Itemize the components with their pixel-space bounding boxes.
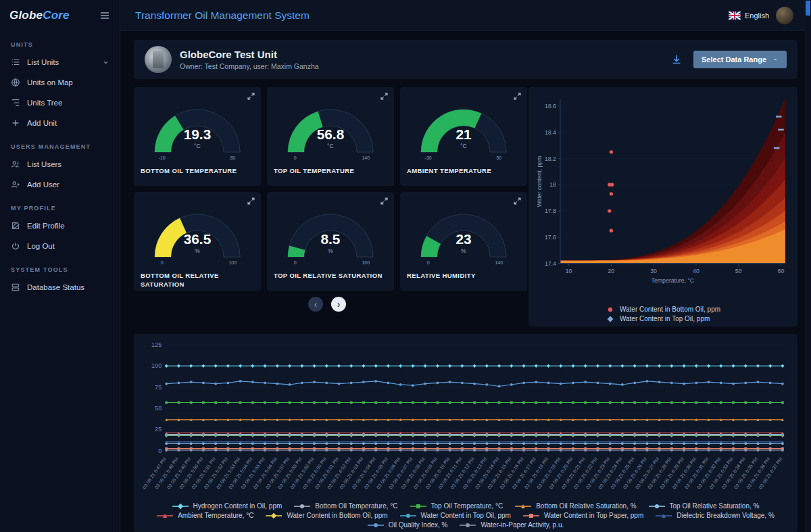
expand-icon[interactable]	[513, 197, 522, 205]
unit-owner: Owner: Test Company, user: Maxim Ganzha	[180, 62, 319, 70]
sidebar-item-label: Add Unit	[27, 119, 57, 127]
legend-item[interactable]: Water Content in Bottom Oil, ppm	[606, 306, 720, 313]
legend-item[interactable]: Top Oil Relative Saturation, %	[649, 502, 760, 510]
plus-icon	[11, 118, 20, 128]
legend-label: Water Content in Top Oil, ppm	[620, 315, 710, 322]
sidebar-item-units-on-map[interactable]: Units on Map	[0, 72, 120, 93]
legend-marker-icon	[172, 503, 189, 510]
sidebar-item-label: Units Tree	[27, 99, 62, 107]
avatar[interactable]	[776, 7, 793, 24]
expand-icon[interactable]	[513, 92, 522, 101]
gauge-dial: 8.5%0100	[274, 201, 387, 267]
list-icon	[11, 57, 20, 67]
legend-marker-icon	[515, 503, 531, 510]
svg-text:10: 10	[566, 268, 572, 274]
scrollbar-thumb[interactable]	[806, 1, 810, 16]
hamburger-icon[interactable]	[99, 10, 110, 21]
sidebar-item-label: Edit Profile	[27, 222, 65, 230]
legend-marker-icon	[656, 512, 672, 519]
legend-item[interactable]: Water Content in Top Oil, ppm	[606, 315, 720, 322]
svg-text:30: 30	[650, 268, 657, 274]
unit-info: GlobeCore Test Unit Owner: Test Company,…	[180, 49, 319, 70]
gauge-title: RELATIVE HUMIDITY	[407, 272, 520, 281]
svg-text:18: 18	[549, 181, 556, 188]
timeseries-series-0	[164, 364, 784, 368]
legend-item[interactable]: Bottom Oil Relative Saturation, %	[515, 502, 636, 510]
svg-text:40: 40	[693, 268, 699, 274]
sidebar-item-edit-profile[interactable]: Edit Profile	[0, 216, 120, 236]
legend-marker-icon	[400, 512, 416, 519]
expand-icon[interactable]	[380, 92, 389, 101]
svg-text:0: 0	[294, 260, 297, 265]
legend-item[interactable]: Bottom Oil Temperature, °C	[294, 502, 397, 510]
logo-globe: Globe	[9, 9, 43, 22]
legend-item[interactable]: Ambient Temperature, °C	[157, 512, 253, 519]
timeseries-chart-card: 025507510012503 08 21 5:47 PM03 08 21 5:…	[134, 334, 797, 532]
unit-actions: Select Data Range	[670, 51, 787, 68]
legend-item[interactable]: Water-in-Paper Activity, p.u.	[460, 521, 564, 529]
download-button[interactable]	[670, 53, 683, 66]
sidebar-item-list-units[interactable]: List Units	[0, 52, 120, 72]
gauge-title: BOTTOM OIL TEMPERATURE	[141, 167, 254, 176]
sidebar-item-list-users[interactable]: List Users	[0, 154, 120, 174]
gauge-card-3: 36.5%0100BOTTOM OIL RELATIVE SATURATION	[134, 192, 261, 291]
scatter-legend: Water Content in Bottom Oil, ppmWater Co…	[606, 306, 720, 322]
users-icon	[11, 160, 20, 169]
svg-text:%: %	[461, 247, 466, 254]
carousel-next-button[interactable]: ›	[331, 297, 346, 312]
legend-item[interactable]: Water Content in Bottom Oil, ppm	[266, 512, 387, 519]
nav-section-title: SYSTEM TOOLS	[0, 256, 120, 277]
power-icon	[11, 241, 20, 251]
gauge-title: TOP OIL TEMPERATURE	[274, 167, 387, 176]
svg-text:125: 125	[151, 341, 162, 348]
svg-text:Water content, ppm: Water content, ppm	[536, 156, 543, 208]
expand-icon[interactable]	[247, 197, 255, 205]
expand-icon[interactable]	[380, 197, 389, 205]
select-data-range-button[interactable]: Select Data Range	[693, 51, 787, 68]
language-label: English	[745, 11, 769, 20]
svg-text:0: 0	[158, 448, 162, 454]
legend-item[interactable]: Water Content in Top Oil, ppm	[400, 512, 511, 519]
sidebar-item-add-unit[interactable]: Add Unit	[0, 113, 120, 133]
expand-icon[interactable]	[247, 92, 255, 101]
svg-text:23: 23	[456, 231, 471, 247]
legend-item[interactable]: Hydrogen Content in Oil, ppm	[172, 502, 282, 510]
topbar: Transformer Oil Management System Englis…	[120, 0, 811, 31]
legend-marker-icon	[410, 503, 426, 510]
sidebar-item-label: Database Status	[27, 283, 84, 291]
legend-item[interactable]: Oil Quality Index, %	[368, 521, 448, 529]
legend-item[interactable]: Dielectric Breakdown Voltage, %	[656, 512, 775, 519]
legend-marker-icon	[368, 522, 384, 529]
legend-label: Water Content in Bottom Oil, ppm	[287, 512, 387, 519]
legend-label: Ambient Temperature, °C	[178, 512, 253, 519]
legend-label: Water Content in Top Paper, ppm	[544, 512, 643, 519]
unit-header-card: GlobeCore Test Unit Owner: Test Company,…	[134, 40, 797, 79]
legend-marker-icon	[649, 503, 665, 510]
legend-item[interactable]: Top Oil Temperature, °C	[410, 502, 503, 510]
nav-section-title: UNITS	[0, 31, 120, 52]
legend-item[interactable]: Water Content in Top Paper, ppm	[523, 512, 643, 519]
svg-text:20: 20	[608, 268, 615, 274]
sidebar-item-add-user[interactable]: Add User	[0, 174, 120, 195]
carousel-prev-button[interactable]: ‹	[308, 297, 323, 312]
svg-text:18.6: 18.6	[545, 103, 556, 110]
language-selector[interactable]: English	[729, 11, 769, 20]
content: GlobeCore Test Unit Owner: Test Company,…	[120, 31, 811, 532]
globecore-logo: GlobeCore	[9, 9, 70, 22]
svg-text:%: %	[195, 247, 200, 254]
page-scrollbar[interactable]	[805, 0, 811, 532]
gauge-dial: 56.8°C0140	[274, 96, 387, 162]
nav-section-title: USERS MANAGEMENT	[0, 133, 120, 154]
sidebar-item-database-status[interactable]: Database Status	[0, 277, 120, 297]
svg-text:°C: °C	[460, 143, 467, 149]
sidebar-item-log-out[interactable]: Log Out	[0, 236, 120, 256]
timeseries-legend: Hydrogen Content in Oil, ppmBottom Oil T…	[141, 502, 791, 529]
legend-label: Bottom Oil Relative Saturation, %	[536, 502, 636, 510]
legend-label: Water Content in Bottom Oil, ppm	[620, 306, 720, 313]
svg-text:100: 100	[151, 363, 162, 370]
sidebar-item-label: Add User	[27, 180, 59, 189]
gauge-grid: 19.3°C-1080BOTTOM OIL TEMPERATURE56.8°C0…	[134, 87, 520, 291]
svg-text:36.5: 36.5	[184, 231, 211, 247]
sidebar-item-units-tree[interactable]: Units Tree	[0, 93, 120, 113]
svg-text:60: 60	[778, 268, 785, 274]
